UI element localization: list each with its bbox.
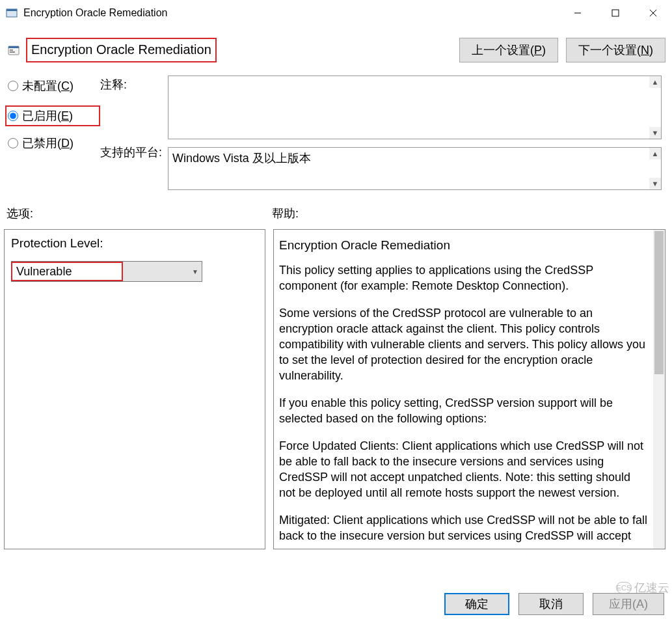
comment-field-wrap: ▲ ▼ [168,76,662,139]
en-pre: 已启用( [22,109,61,122]
comment-field[interactable] [168,76,662,139]
help-paragraph: This policy setting applies to applicati… [279,262,649,294]
protection-level-value: Vulnerable [11,262,123,281]
supported-platforms-field: Windows Vista 及以上版本 [168,147,662,190]
svg-rect-4 [612,10,619,16]
policy-icon [7,43,21,57]
radio-enabled-input[interactable] [8,111,18,121]
platform-field-wrap: Windows Vista 及以上版本 ▲ ▼ [168,147,662,190]
nc-post: ) [70,79,74,92]
nc-pre: 未配置( [22,79,61,92]
options-header: 选项: [7,206,272,221]
protection-level-dropdown[interactable]: Vulnerable ▼ [11,261,202,282]
dis-post: ) [70,137,74,150]
maximize-button[interactable] [597,0,634,26]
prev-hotkey: P [534,44,542,57]
help-title: Encryption Oracle Remediation [279,238,649,253]
cancel-button[interactable]: 取消 [518,593,584,615]
scrollbar-thumb[interactable] [654,231,664,374]
scroll-up-icon[interactable]: ▲ [649,76,661,88]
svg-rect-8 [8,46,19,48]
svg-rect-2 [7,9,17,11]
options-panel: Protection Level: Vulnerable ▼ [4,229,265,549]
previous-setting-button[interactable]: 上一个设置(P) [459,38,558,62]
window-titlebar: Encryption Oracle Remediation [0,0,672,26]
en-post: ) [69,109,73,122]
app-icon [5,7,18,20]
policy-header: Encryption Oracle Remediation 上一个设置(P) 下… [0,26,672,70]
state-radio-group: 未配置(C) 已启用(E) 已禁用(D) [8,74,100,190]
help-paragraph: If you enable this policy setting, CredS… [279,395,649,426]
policy-title: Encryption Oracle Remediation [26,38,217,62]
dis-key: D [61,137,70,150]
en-key: E [61,109,69,122]
watermark-icon: ECS [616,582,632,594]
ok-button[interactable]: 确定 [444,593,509,615]
dialog-buttons: 确定 取消 应用(A) [444,593,664,615]
window-title: Encryption Oracle Remediation [23,7,167,19]
radio-not-configured[interactable]: 未配置(C) [8,78,100,94]
prev-label-post: ) [542,44,546,57]
next-label-pre: 下一个设置( [578,42,641,58]
apply-button[interactable]: 应用(A) [593,593,664,615]
scroll-down-icon[interactable]: ▼ [649,178,661,189]
platform-label: 支持的平台: [100,144,168,160]
minimize-button[interactable] [559,0,597,26]
scroll-up-icon[interactable]: ▲ [649,148,661,159]
svg-rect-10 [10,51,15,53]
chevron-down-icon[interactable]: ▼ [189,262,202,281]
protection-level-label: Protection Level: [11,236,258,251]
help-paragraph: Force Updated Clients: Client applicatio… [279,438,649,501]
config-area: 未配置(C) 已启用(E) 已禁用(D) 注释: 支持的平台: ▲ ▼ Wind… [0,70,672,190]
radio-enabled[interactable]: 已启用(E) [5,105,100,126]
section-headers: 选项: 帮助: [0,190,672,227]
scroll-down-icon[interactable]: ▼ [649,127,661,139]
radio-not-configured-input[interactable] [8,81,18,91]
close-button[interactable] [634,0,672,26]
next-hotkey: N [641,44,649,57]
dis-pre: 已禁用( [22,137,61,150]
radio-disabled-input[interactable] [8,138,18,148]
field-inputs: ▲ ▼ Windows Vista 及以上版本 ▲ ▼ [168,74,665,190]
window-controls [559,0,672,26]
field-labels: 注释: 支持的平台: [100,74,168,190]
next-setting-button[interactable]: 下一个设置(N) [566,38,665,62]
panels: Protection Level: Vulnerable ▼ Encryptio… [0,227,672,549]
prev-label-pre: 上一个设置( [472,42,534,58]
help-paragraph: Mitigated: Client applications which use… [279,512,649,543]
radio-disabled[interactable]: 已禁用(D) [8,135,100,151]
next-label-post: ) [649,44,653,57]
help-scrollbar[interactable] [653,230,665,549]
help-paragraph: Some versions of the CredSSP protocol ar… [279,305,649,383]
svg-rect-9 [10,49,13,51]
help-panel: Encryption Oracle Remediation This polic… [273,229,665,549]
comment-label: 注释: [100,77,168,144]
nc-key: C [61,79,70,92]
help-header: 帮助: [272,206,665,221]
